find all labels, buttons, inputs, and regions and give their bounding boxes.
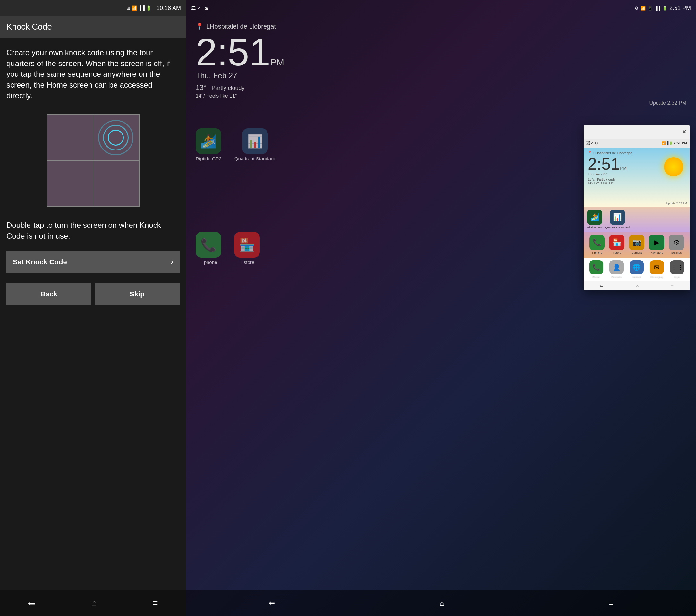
quadrant-label: Quadrant Standard [235,156,275,161]
mini-dock-apps-label: Apps [674,275,680,278]
mini-time: 2:51 [588,156,620,172]
bg-app-phone[interactable]: 📞 T phone [196,232,221,265]
right-panel: 🖼 ✓ 🛍 ⚙ 📶 📱 ▐▐ 🔋 2:51 PM 📍 LHospitalet d… [186,0,696,616]
mini-settings-app[interactable]: ⚙ Settings [669,235,684,254]
mini-temp: 13°c Partly cloudy [588,177,686,181]
set-knock-code-label: Set Knock Code [13,258,67,266]
check-icon: ✓ [197,5,202,11]
mini-nav-bar: ⬅ ⌂ ≡ [584,281,690,290]
skip-button[interactable]: Skip [95,283,179,305]
nav-bar-left: ⬅ ⌂ ≡ [0,590,186,616]
back-nav-icon[interactable]: ⬅ [28,598,35,609]
mini-dock-phone-icon: 📞 [589,260,603,274]
mini-app-riptide[interactable]: 🏄 Riptide GP2 [587,209,603,229]
mini-dock: 📞 Phone 👤 Contacts 🌐 Internet ✉ Messagin… [584,258,690,281]
set-knock-code-button[interactable]: Set Knock Code › [6,251,179,273]
mini-dock-contacts-icon: 👤 [610,260,623,274]
weather-location-bg: 📍 LHospitalet de Llobregat [196,22,686,30]
signal-icon-right: ▐▐ [654,6,660,11]
mini-dock-phone[interactable]: 📞 Phone [589,260,603,278]
bg-app-store[interactable]: 🏪 T store [234,232,260,265]
signal-icon: ▐▐ [138,5,145,11]
mini-settings-label: Settings [671,251,682,254]
mini-playstore-app[interactable]: ▶ Play Store [649,235,664,254]
wifi-icon: 📶 [131,5,137,11]
status-time-left: 10:18 AM [157,5,181,12]
weather-time-row: 2:51 PM [196,33,686,71]
back-nav-right-icon[interactable]: ⬅ [268,599,275,608]
close-button[interactable]: × [682,128,686,136]
mini-home-nav[interactable]: ⌂ [636,283,638,288]
store-bg-icon: 🏪 [234,232,260,258]
weather-time-bg: 2:51 [196,33,271,71]
set-knock-code-arrow: › [171,258,173,266]
mini-app-quadrant[interactable]: 📊 Quadrant Standard [605,209,630,229]
bg-app-quadrant[interactable]: 📊 Quadrant Standard [235,128,275,161]
mini-dock-contacts-label: Contacts [611,275,621,278]
status-bar-right: 🖼 ✓ 🛍 ⚙ 📶 📱 ▐▐ 🔋 2:51 PM [186,0,696,16]
status-left-icons-right: 🖼 ✓ 🛍 [191,5,208,11]
mini-check-icon: ✓ [591,141,594,145]
mini-status-time: 2:51 PM [674,141,687,145]
status-right-info: ⚙ 📶 📱 ▐▐ 🔋 2:51 PM [635,5,691,12]
battery-icon-right: 🔋 [662,6,667,11]
mini-phone: 🖼 ✓ ⚙ 📶 ▐ 🔋 2:51 PM 📍 LHospitalet de Llo… [584,139,690,290]
mini-tstore-icon: 🏪 [609,235,624,250]
floating-window-titlebar: × [584,125,690,139]
mini-riptide-icon: 🏄 [587,209,602,225]
mini-sun [664,157,683,176]
mini-playstore-label: Play Store [650,251,663,254]
knock-code-grid[interactable] [47,114,140,207]
mini-dock-messaging-icon: ✉ [650,260,664,274]
sim-icon: 📱 [648,6,653,11]
mini-bluetooth-icon: ⚙ [595,141,598,145]
mini-home-row: 📞 T phone 🏪 T store 📷 Camera ▶ Play Stor… [584,232,690,258]
weather-temp-bg: 13° Partly cloudy [196,83,686,92]
mini-menu-nav[interactable]: ≡ [671,283,674,288]
home-nav-icon[interactable]: ⌂ [91,598,97,608]
bottom-buttons: Back Skip [0,280,186,309]
mini-dock-messaging[interactable]: ✉ Messaging [650,260,664,278]
knock-code-title: Knock Code [6,22,52,31]
mini-status-bar: 🖼 ✓ ⚙ 📶 ▐ 🔋 2:51 PM [584,139,690,147]
back-button[interactable]: Back [6,283,91,305]
knock-double-tap-text: Double-tap to turn the screen on when Kn… [0,214,186,248]
mini-time-suffix: PM [620,165,627,171]
mini-gallery-icon: 🖼 [586,141,590,145]
gallery-icon: 🖼 [191,5,196,11]
mini-dock-internet[interactable]: 🌐 Internet [630,260,644,278]
grid-cell-br[interactable] [93,160,139,206]
store-bg-label: T store [240,259,254,265]
menu-nav-icon[interactable]: ≡ [153,598,158,608]
mini-tphone-app[interactable]: 📞 T phone [589,235,605,254]
mini-tstore-app[interactable]: 🏪 T store [609,235,624,254]
mini-status-left-icons: 🖼 ✓ ⚙ [586,141,598,145]
mini-quadrant-icon: 📊 [610,209,625,225]
mini-camera-app[interactable]: 📷 Camera [629,235,644,254]
mini-battery-icon: 🔋 [669,142,673,145]
mini-status-right-info: 📶 ▐ 🔋 2:51 PM [662,141,687,145]
grid-cell-tl[interactable] [47,114,93,160]
mini-camera-icon: 📷 [629,235,644,250]
mini-tphone-icon: 📞 [589,235,605,250]
phone-bg-icon: 📞 [196,232,221,258]
bag-icon: 🛍 [203,5,208,11]
knock-code-description: Create your own knock code using the fou… [0,37,186,108]
status-bar-left: ⊞ 📶 ▐▐ 🔋 10:18 AM [0,0,186,16]
grid-cell-bl[interactable] [47,160,93,206]
mini-dock-apps[interactable]: ⋮⋮ Apps [670,260,684,278]
bg-app-riptide[interactable]: 🏄 Riptide GP2 [196,128,222,161]
home-nav-right-icon[interactable]: ⌂ [440,599,445,608]
mini-tphone-label: T phone [592,251,602,254]
mini-back-nav[interactable]: ⬅ [600,283,604,288]
nav-bar-right: ⬅ ⌂ ≡ [186,590,696,616]
floating-screenshot-window: × 🖼 ✓ ⚙ 📶 ▐ 🔋 2:51 PM [584,125,690,290]
battery-icon: 🔋 [146,5,152,11]
grid-cell-tr[interactable] [93,114,139,160]
mini-signal-icon: ▐ [666,142,668,145]
menu-nav-right-icon[interactable]: ≡ [609,599,614,608]
mini-dock-contacts[interactable]: 👤 Contacts [610,260,623,278]
mini-settings-icon: ⚙ [669,235,684,250]
left-panel: ⊞ 📶 ▐▐ 🔋 10:18 AM Knock Code Create your… [0,0,186,616]
status-icons-left: ⊞ 📶 ▐▐ 🔋 [126,5,152,11]
